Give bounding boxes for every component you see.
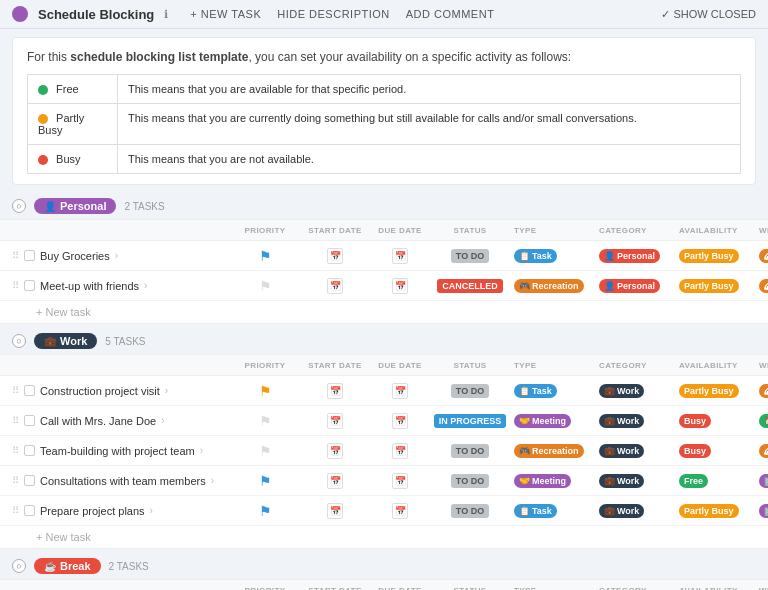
drag-handle[interactable]: ⠿ [12, 505, 19, 516]
start-date-icon[interactable]: 📅 [327, 503, 343, 519]
category-badge: 💼Work [599, 384, 644, 398]
due-date-icon[interactable]: 📅 [392, 413, 408, 429]
due-date-icon[interactable]: 📅 [392, 503, 408, 519]
task-status-cell[interactable]: TO DO [430, 504, 510, 518]
task-due-cell[interactable]: 📅 [370, 443, 430, 459]
task-start-cell[interactable]: 📅 [300, 443, 370, 459]
task-type-cell: 🤝Meeting [510, 474, 595, 488]
drag-handle[interactable]: ⠿ [12, 415, 19, 426]
description-intro: For this schedule blocking list template… [27, 48, 741, 66]
task-due-cell[interactable]: 📅 [370, 473, 430, 489]
status-badge: TO DO [451, 504, 489, 518]
task-due-cell[interactable]: 📅 [370, 248, 430, 264]
task-checkbox[interactable] [24, 475, 35, 486]
task-status-cell[interactable]: TO DO [430, 444, 510, 458]
task-priority-cell: ⚑ [230, 248, 300, 264]
desc-row-free: Free This means that you are available f… [28, 75, 741, 104]
due-date-icon[interactable]: 📅 [392, 278, 408, 294]
task-name-cell: ⠿ Team-building with project team › [0, 445, 230, 457]
drag-handle[interactable]: ⠿ [12, 445, 19, 456]
priority-flag: ⚑ [259, 503, 272, 519]
task-checkbox[interactable] [24, 280, 35, 291]
group-toggle-break[interactable]: ○ [12, 559, 26, 573]
task-expand-arrow[interactable]: › [115, 250, 118, 261]
task-start-cell[interactable]: 📅 [300, 473, 370, 489]
col-header-start: START DATE [300, 361, 370, 370]
task-expand-arrow[interactable]: › [161, 415, 164, 426]
col-header-category: CATEGORY [595, 361, 675, 370]
start-date-icon[interactable]: 📅 [327, 443, 343, 459]
start-date-icon[interactable]: 📅 [327, 248, 343, 264]
task-name-cell: ⠿ Consultations with team members › [0, 475, 230, 487]
due-date-icon[interactable]: 📅 [392, 473, 408, 489]
priority-empty: ⚑ [259, 278, 272, 294]
task-checkbox[interactable] [24, 415, 35, 426]
task-status-cell[interactable]: TO DO [430, 249, 510, 263]
due-date-icon[interactable]: 📅 [392, 248, 408, 264]
start-date-icon[interactable]: 📅 [327, 383, 343, 399]
task-checkbox[interactable] [24, 445, 35, 456]
task-expand-arrow[interactable]: › [211, 475, 214, 486]
category-badge: 💼Work [599, 474, 644, 488]
task-start-cell[interactable]: 📅 [300, 503, 370, 519]
task-checkbox[interactable] [24, 505, 35, 516]
task-type-cell: 📋Task [510, 249, 595, 263]
groups-container: ○ 👤Personal 2 TASKS PRIORITY START DATE … [0, 193, 768, 590]
drag-handle[interactable]: ⠿ [12, 280, 19, 291]
task-expand-arrow[interactable]: › [144, 280, 147, 291]
availability-badge: Busy [679, 444, 711, 458]
task-expand-arrow[interactable]: › [150, 505, 153, 516]
add-task-personal[interactable]: + New task [0, 301, 768, 324]
col-header-where: WHEREABOUTS [755, 361, 768, 370]
drag-handle[interactable]: ⠿ [12, 250, 19, 261]
task-status-cell[interactable]: CANCELLED [430, 279, 510, 293]
due-date-icon[interactable]: 📅 [392, 443, 408, 459]
task-start-cell[interactable]: 📅 [300, 383, 370, 399]
task-due-cell[interactable]: 📅 [370, 383, 430, 399]
type-badge: 🤝Meeting [514, 474, 571, 488]
whereabouts-badge: 🏠Home [759, 414, 768, 428]
drag-handle[interactable]: ⠿ [12, 475, 19, 486]
task-category-cell: 👤Personal [595, 249, 675, 263]
due-date-icon[interactable]: 📅 [392, 383, 408, 399]
page-icon [12, 6, 28, 22]
start-date-icon[interactable]: 📅 [327, 413, 343, 429]
task-start-cell[interactable]: 📅 [300, 413, 370, 429]
task-status-cell[interactable]: IN PROGRESS [430, 414, 510, 428]
col-header-status: STATUS [430, 226, 510, 235]
start-date-icon[interactable]: 📅 [327, 473, 343, 489]
task-due-cell[interactable]: 📅 [370, 413, 430, 429]
show-closed-toggle[interactable]: ✓ SHOW CLOSED [661, 8, 756, 21]
hide-description-button[interactable]: HIDE DESCRIPTION [273, 6, 394, 22]
task-checkbox[interactable] [24, 385, 35, 396]
task-start-cell[interactable]: 📅 [300, 248, 370, 264]
col-header-avail: AVAILABILITY [675, 361, 755, 370]
type-badge: 📋Task [514, 249, 557, 263]
group-task-count-work: 5 TASKS [105, 336, 145, 347]
priority-empty: ⚑ [259, 443, 272, 459]
task-due-cell[interactable]: 📅 [370, 503, 430, 519]
group-work: ○ 💼Work 5 TASKS PRIORITY START DATE DUE … [0, 328, 768, 549]
task-start-cell[interactable]: 📅 [300, 278, 370, 294]
category-badge: 👤Personal [599, 249, 660, 263]
task-avail-cell: Partly Busy [675, 249, 755, 263]
whereabouts-badge: 🏢Office [759, 504, 768, 518]
task-expand-arrow[interactable]: › [200, 445, 203, 456]
start-date-icon[interactable]: 📅 [327, 278, 343, 294]
task-expand-arrow[interactable]: › [165, 385, 168, 396]
drag-handle[interactable]: ⠿ [12, 385, 19, 396]
task-checkbox[interactable] [24, 250, 35, 261]
task-status-cell[interactable]: TO DO [430, 384, 510, 398]
task-status-cell[interactable]: TO DO [430, 474, 510, 488]
info-icon[interactable]: ℹ [164, 8, 168, 21]
new-task-button[interactable]: + NEW TASK [186, 6, 265, 22]
task-where-cell: 🏕Outside [755, 279, 768, 293]
whereabouts-badge: 🏕Outside [759, 279, 768, 293]
group-toggle-work[interactable]: ○ [12, 334, 26, 348]
type-badge: 📋Task [514, 384, 557, 398]
add-task-work[interactable]: + New task [0, 526, 768, 549]
group-toggle-personal[interactable]: ○ [12, 199, 26, 213]
task-due-cell[interactable]: 📅 [370, 278, 430, 294]
task-name-cell: ⠿ Prepare project plans › [0, 505, 230, 517]
add-comment-button[interactable]: ADD COMMENT [402, 6, 499, 22]
